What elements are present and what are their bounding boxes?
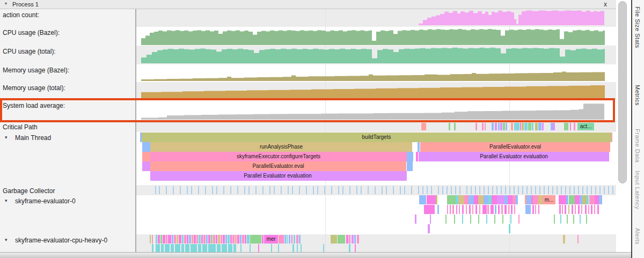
slice[interactable] — [179, 235, 181, 244]
slice[interactable] — [296, 235, 298, 244]
track-row-critical-path[interactable] — [136, 121, 616, 132]
slice[interactable] — [506, 123, 507, 130]
slice[interactable] — [427, 195, 436, 204]
slice[interactable] — [346, 235, 348, 244]
gc-event-tick[interactable] — [526, 186, 528, 194]
sidebar-item-memory-usage-bazel[interactable]: Memory usage (Bazel): — [0, 67, 135, 84]
slice[interactable] — [203, 235, 206, 244]
gc-event-tick[interactable] — [522, 186, 523, 194]
slice[interactable] — [570, 123, 571, 130]
gc-event-tick[interactable] — [159, 186, 160, 194]
tab-file-size-stats[interactable]: File Size Stats — [634, 6, 641, 48]
slice[interactable] — [522, 123, 524, 130]
gc-event-tick[interactable] — [557, 186, 558, 194]
gc-event-tick[interactable] — [331, 186, 332, 194]
sidebar-item-action-count[interactable]: action count: — [0, 11, 135, 29]
slice[interactable] — [586, 215, 587, 224]
slice[interactable] — [485, 123, 486, 130]
gc-event-tick[interactable] — [582, 186, 583, 194]
slice[interactable] — [484, 195, 488, 204]
gc-event-tick[interactable] — [269, 186, 270, 194]
slice[interactable] — [158, 235, 160, 244]
gc-event-tick[interactable] — [393, 186, 394, 194]
gc-event-tick[interactable] — [299, 186, 300, 194]
slice[interactable] — [407, 161, 413, 171]
gc-event-tick[interactable] — [518, 186, 519, 194]
gc-event-tick[interactable] — [574, 186, 575, 194]
slice[interactable] — [478, 195, 484, 204]
slice[interactable] — [287, 235, 288, 244]
gc-event-tick[interactable] — [338, 186, 339, 194]
expand-triangle-icon[interactable]: ▾ — [5, 237, 8, 242]
slice[interactable] — [245, 235, 246, 244]
gc-event-tick[interactable] — [587, 186, 588, 194]
sidebar-item-memory-usage-total[interactable]: Memory usage (total): — [0, 84, 135, 102]
tab-frame-data[interactable]: Frame Data — [634, 129, 641, 163]
slice[interactable] — [416, 152, 418, 161]
slice[interactable] — [230, 235, 232, 244]
slice[interactable] — [452, 205, 454, 214]
slice[interactable] — [172, 235, 173, 244]
slice[interactable] — [469, 195, 474, 204]
sidebar-item-system-load-average[interactable]: System load average: — [0, 102, 135, 123]
expand-triangle-icon[interactable]: ▾ — [5, 198, 8, 203]
gc-event-tick[interactable] — [422, 186, 423, 194]
slice[interactable] — [553, 123, 555, 130]
gc-event-tick[interactable] — [306, 186, 307, 194]
gc-event-tick[interactable] — [475, 186, 476, 194]
slice[interactable] — [437, 205, 439, 214]
slice[interactable] — [559, 195, 566, 204]
slice[interactable] — [240, 244, 241, 252]
slice[interactable] — [588, 205, 589, 214]
slice[interactable] — [407, 152, 413, 161]
slice[interactable] — [142, 161, 150, 171]
slice[interactable] — [494, 215, 495, 224]
slice[interactable] — [568, 205, 569, 214]
slice[interactable] — [462, 205, 464, 214]
slice[interactable] — [175, 244, 180, 252]
gc-event-tick[interactable] — [198, 186, 199, 194]
slice[interactable] — [498, 205, 500, 214]
gc-event-tick[interactable] — [509, 186, 510, 194]
gc-event-tick[interactable] — [484, 186, 485, 194]
slice-mer[interactable]: mer — [264, 235, 278, 244]
gc-event-tick[interactable] — [501, 186, 502, 194]
slice[interactable] — [450, 205, 451, 214]
slice[interactable] — [181, 244, 184, 252]
gc-event-tick[interactable] — [438, 186, 439, 194]
slice[interactable] — [582, 195, 587, 204]
slice[interactable] — [454, 123, 456, 130]
slice[interactable] — [199, 235, 201, 244]
slice[interactable] — [182, 235, 184, 244]
gc-event-tick[interactable] — [451, 186, 452, 194]
gc-event-tick[interactable] — [471, 186, 472, 194]
slice[interactable] — [202, 244, 207, 252]
gc-event-tick[interactable] — [262, 186, 264, 194]
slice[interactable] — [509, 224, 510, 233]
gc-event-tick[interactable] — [361, 186, 362, 194]
gc-event-tick[interactable] — [479, 186, 480, 194]
system-load-average-chart[interactable] — [136, 100, 616, 121]
slice[interactable] — [449, 123, 450, 130]
slice[interactable] — [478, 215, 479, 224]
slice[interactable] — [572, 205, 573, 214]
gc-event-tick[interactable] — [488, 186, 489, 194]
gc-event-tick[interactable] — [427, 186, 428, 194]
slice[interactable] — [213, 235, 215, 244]
slice[interactable] — [258, 244, 259, 252]
slice[interactable] — [469, 205, 471, 214]
slice[interactable] — [475, 123, 477, 130]
gc-event-tick[interactable] — [431, 186, 432, 194]
slice[interactable] — [575, 195, 580, 204]
gc-event-tick[interactable] — [356, 186, 357, 194]
slice[interactable] — [194, 235, 196, 244]
slice[interactable] — [323, 244, 324, 252]
slice[interactable] — [228, 235, 230, 244]
slice[interactable] — [611, 132, 612, 142]
vertical-scrollbar[interactable] — [616, 0, 631, 252]
slice[interactable] — [472, 205, 473, 214]
slice[interactable] — [228, 244, 232, 252]
gc-event-tick[interactable] — [544, 186, 545, 194]
slice[interactable] — [218, 235, 220, 244]
slice[interactable] — [198, 244, 201, 252]
